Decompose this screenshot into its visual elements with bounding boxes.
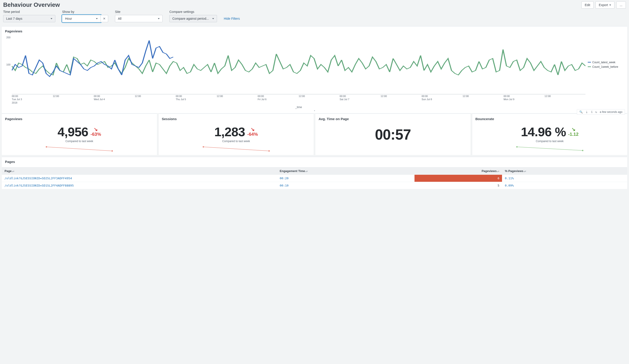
kpi-delta: ↘ -64%	[247, 127, 258, 136]
kpi-delta-value: -63%	[90, 132, 101, 136]
chart-legend: Count_latest_week Count_1week_before	[586, 34, 624, 95]
compare-label: Compare settings	[169, 10, 217, 14]
legend-swatch	[588, 66, 591, 67]
sparkline	[475, 144, 624, 153]
col-engagement[interactable]: Engagement Time▴▾	[277, 167, 415, 175]
sparkline	[162, 144, 311, 153]
chart-x-axis: 00:00Tue Jul 3201812:0000:00Wed Jul 412:…	[5, 95, 624, 104]
kpi-delta-value: -1.12	[568, 132, 579, 136]
legend-label: Count_latest_week	[592, 61, 615, 64]
info-icon[interactable]: i	[591, 110, 593, 114]
col-label: Page	[4, 169, 11, 173]
y-tick: 200	[6, 36, 10, 39]
caret-down-icon	[609, 4, 611, 6]
time-period-label: Time period	[3, 10, 55, 14]
kpi-sessions: Sessions 1,283 ↘ -64% Compared to last w…	[159, 114, 314, 155]
x-tick: 12:00	[380, 95, 422, 104]
show-by-clear-button[interactable]: ✕	[101, 15, 108, 22]
kpi-pageviews: Pageviews 4,956 ↘ -63% Compared to last …	[2, 114, 157, 155]
chart-x-label: _time	[0, 104, 624, 109]
time-period-select[interactable]: Last 7 days	[3, 15, 55, 22]
caret-down-icon	[158, 18, 160, 19]
cell-engagement: 00:10	[277, 182, 415, 189]
pages-title: Pages	[2, 157, 627, 166]
arrow-down-right-icon: ↘	[94, 127, 98, 132]
x-tick: 00:00Sun Jul 8	[422, 95, 463, 104]
pagination-dots: ●	[5, 109, 624, 112]
kpi-bouncerate: 🔍 ⭳ i ↻ a few seconds ago Bouncerate 14.…	[472, 114, 628, 155]
table-row[interactable]: /oldlink?&JSESSIONID=SD1SL2FF4ADFF888950…	[2, 182, 627, 189]
x-tick: 00:00Thu Jul 5	[176, 95, 217, 104]
sparkline	[5, 144, 154, 153]
kpi-subtitle: Compared to last week	[162, 140, 311, 144]
download-icon[interactable]: ⭳	[586, 110, 588, 114]
refresh-icon[interactable]: ↻	[596, 110, 597, 114]
legend-label: Count_1week_before	[592, 65, 618, 68]
x-tick: 12:00	[299, 95, 340, 104]
cell-page[interactable]: /oldlink?&JSESSIONID=SD2SL2FF3ADFF4954	[2, 175, 277, 182]
col-page[interactable]: Page▴▾	[2, 167, 277, 175]
kpi-subtitle: Compared to last week	[475, 140, 624, 144]
caret-down-icon	[51, 18, 52, 19]
export-label: Export	[599, 3, 608, 7]
site-value: All	[118, 17, 122, 20]
kpi-title: Sessions	[162, 117, 311, 121]
svg-point-1	[46, 146, 47, 147]
pages-table: Page▴▾ Engagement Time▴▾ Pageviews▴▾ % P…	[2, 167, 627, 189]
kpi-subtitle: Compared to last week	[5, 140, 154, 144]
col-pageviews[interactable]: Pageviews▴▾	[415, 167, 502, 175]
kpi-title: Avg. Time on Page	[318, 117, 467, 121]
sort-icon: ▴▾	[496, 171, 499, 172]
site-label: Site	[115, 10, 162, 14]
x-tick: 00:00Wed Jul 4	[94, 95, 135, 104]
x-tick: 00:00Sat Jul 7	[340, 95, 381, 104]
page-title: Behaviour Overview	[3, 1, 60, 8]
sort-icon: ▴▾	[11, 171, 14, 172]
chart-title: Pageviews	[5, 29, 624, 33]
kpi-delta-value: -64%	[247, 132, 258, 136]
kpi-value: 00:57	[375, 126, 411, 143]
sort-icon: ▴▾	[305, 171, 308, 172]
hide-filters-link[interactable]: Hide Filters	[224, 17, 240, 22]
legend-swatch	[588, 62, 591, 63]
kpi-title: Bouncerate	[475, 117, 624, 121]
x-tick: 00:00Tue Jul 32018	[12, 95, 53, 104]
caret-down-icon	[212, 18, 214, 19]
compare-value: Compare against period...	[172, 17, 209, 20]
x-tick: 00:00Fri Jul 6	[258, 95, 299, 104]
svg-point-4	[268, 150, 270, 152]
col-label: Engagement Time	[280, 169, 305, 173]
y-tick: 100	[6, 63, 10, 66]
arrow-down-right-icon: ↘	[251, 127, 255, 132]
show-by-label: Show by	[62, 10, 108, 14]
export-button[interactable]: Export	[596, 1, 615, 9]
kpi-value: 1,283	[214, 124, 245, 139]
kpi-delta: ↘ -63%	[90, 127, 101, 136]
chart-y-axis: 200 100	[5, 34, 12, 95]
cell-page[interactable]: /oldlink?&JSESSIONID=SD1SL2FF4ADFF88895	[2, 182, 277, 189]
sort-icon: ▴▾	[523, 171, 526, 172]
cell-pct: 0.09%	[502, 182, 627, 189]
x-tick: 12:00	[53, 95, 94, 104]
cell-pageviews: 6	[415, 175, 502, 182]
more-button[interactable]: ...	[616, 1, 626, 9]
x-tick: 12:00	[463, 95, 504, 104]
col-pct-pageviews[interactable]: % Pageviews▴▾	[502, 167, 627, 175]
arrow-down-right-icon: ↘	[571, 127, 576, 132]
show-by-select[interactable]: Hour	[62, 15, 101, 22]
x-tick: 12:00	[217, 95, 258, 104]
cell-pct: 0.11%	[502, 175, 627, 182]
col-label: Pageviews	[482, 169, 497, 173]
panel-toolbar: 🔍 ⭳ i ↻ a few seconds ago	[577, 109, 625, 115]
site-select[interactable]: All	[115, 15, 162, 22]
kpi-title: Pageviews	[5, 117, 154, 121]
x-tick: 12:00	[135, 95, 176, 104]
svg-point-6	[582, 150, 583, 151]
chart-plot[interactable]	[12, 34, 586, 95]
table-row[interactable]: /oldlink?&JSESSIONID=SD2SL2FF3ADFF495400…	[2, 175, 627, 182]
show-by-value: Hour	[65, 17, 72, 20]
edit-button[interactable]: Edit	[581, 1, 594, 9]
svg-point-2	[112, 150, 113, 152]
search-icon[interactable]: 🔍	[579, 110, 583, 114]
compare-select[interactable]: Compare against period...	[169, 15, 217, 22]
